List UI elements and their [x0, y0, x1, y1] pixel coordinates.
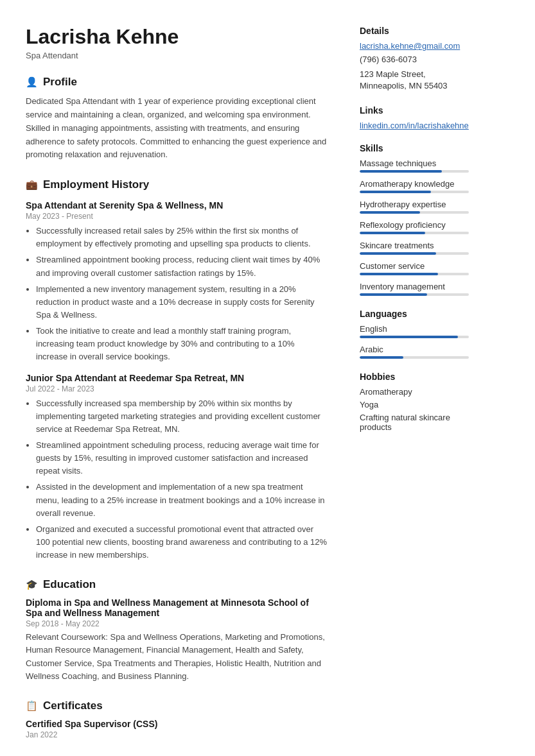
language-label: English: [360, 324, 469, 334]
edu-1-text: Relevant Coursework: Spa and Wellness Op…: [26, 631, 328, 683]
language-bar-bg: [360, 356, 469, 359]
job-1-dates: May 2023 - Present: [26, 212, 328, 221]
skill-bar-bg: [360, 273, 469, 275]
skill-bar-bg: [360, 293, 469, 296]
details-phone: (796) 636-6073: [360, 54, 469, 65]
list-item: Organized and executed a successful prom…: [36, 523, 328, 562]
language-bar-fill: [360, 336, 458, 338]
skills-container: Massage techniques Aromatherapy knowledg…: [360, 159, 469, 296]
skill-bar-fill: [360, 232, 425, 234]
skill-bar-bg: [360, 252, 469, 255]
list-item: Took the initiative to create and lead a…: [36, 325, 328, 363]
skill-label: Inventory management: [360, 282, 469, 291]
hobby-item: Aromatherapy: [360, 387, 469, 397]
cert-1-title: Certified Spa Supervisor (CSS): [26, 719, 328, 729]
list-item: Streamlined appointment scheduling proce…: [36, 439, 328, 477]
skill-bar-fill: [360, 252, 436, 255]
profile-text: Dedicated Spa Attendant with 1 year of e…: [26, 95, 328, 162]
list-item: Successfully increased retail sales by 2…: [36, 225, 328, 250]
skill-item: Customer service: [360, 261, 469, 275]
skill-item: Massage techniques: [360, 159, 469, 173]
list-item: Successfully increased spa membership by…: [36, 397, 328, 436]
job-1-bullets: Successfully increased retail sales by 2…: [26, 225, 328, 363]
language-item: Arabic: [360, 345, 469, 359]
job-2: Junior Spa Attendant at Reedemar Spa Ret…: [26, 373, 328, 562]
hobbies-container: AromatherapyYogaCrafting natural skincar…: [360, 387, 469, 432]
certificates-icon: 📋: [26, 700, 38, 712]
job-1-title: Spa Attendant at Serenity Spa & Wellness…: [26, 200, 328, 210]
skill-bar-fill: [360, 170, 442, 173]
skill-bar-bg: [360, 211, 469, 214]
skill-bar-fill: [360, 191, 431, 193]
employment-icon: 💼: [26, 179, 38, 191]
job-1: Spa Attendant at Serenity Spa & Wellness…: [26, 200, 328, 363]
skill-item: Skincare treatments: [360, 241, 469, 255]
employment-section-label: Employment History: [43, 178, 149, 191]
skill-label: Hydrotherapy expertise: [360, 200, 469, 209]
skills-section-label: Skills: [360, 143, 469, 153]
links-section-label: Links: [360, 105, 469, 116]
profile-icon: 👤: [26, 76, 38, 88]
skill-label: Aromatherapy knowledge: [360, 179, 469, 189]
skill-item: Aromatherapy knowledge: [360, 179, 469, 193]
skill-label: Skincare treatments: [360, 241, 469, 250]
certificates-section-label: Certificates: [43, 700, 103, 712]
skill-item: Hydrotherapy expertise: [360, 200, 469, 214]
language-bar-bg: [360, 336, 469, 338]
job-title: Spa Attendant: [26, 51, 328, 60]
details-address: 123 Maple Street, Minneapolis, MN 55403: [360, 69, 469, 92]
job-2-dates: Jul 2022 - Mar 2023: [26, 384, 328, 393]
links-linkedin[interactable]: linkedin.com/in/lacrishakehne: [360, 121, 469, 130]
skill-label: Massage techniques: [360, 159, 469, 168]
edu-1-title: Diploma in Spa and Wellness Management a…: [26, 597, 328, 618]
name: Lacrisha Kehne: [26, 26, 328, 48]
skill-item: Inventory management: [360, 282, 469, 296]
language-item: English: [360, 324, 469, 338]
list-item: Assisted in the development and implemen…: [36, 481, 328, 519]
languages-section-label: Languages: [360, 309, 469, 319]
details-section-label: Details: [360, 26, 469, 36]
skill-bar-fill: [360, 293, 427, 296]
education-section-label: Education: [43, 578, 96, 591]
profile-section-label: Profile: [43, 76, 77, 89]
list-item: Implemented a new inventory management s…: [36, 283, 328, 322]
education-icon: 🎓: [26, 579, 38, 590]
job-2-bullets: Successfully increased spa membership by…: [26, 397, 328, 562]
hobby-item: Yoga: [360, 400, 469, 409]
language-label: Arabic: [360, 345, 469, 354]
skill-bar-fill: [360, 211, 420, 214]
edu-1-dates: Sep 2018 - May 2022: [26, 619, 328, 628]
skill-bar-fill: [360, 273, 438, 275]
skill-bar-bg: [360, 232, 469, 234]
cert-1-dates: Jan 2022: [26, 730, 328, 739]
job-2-title: Junior Spa Attendant at Reedemar Spa Ret…: [26, 373, 328, 383]
skill-item: Reflexology proficiency: [360, 220, 469, 234]
edu-1: Diploma in Spa and Wellness Management a…: [26, 597, 328, 683]
hobbies-section-label: Hobbies: [360, 372, 469, 382]
skill-label: Reflexology proficiency: [360, 220, 469, 230]
hobby-item: Crafting natural skincare products: [360, 413, 469, 432]
language-bar-fill: [360, 356, 403, 359]
skill-bar-bg: [360, 170, 469, 173]
list-item: Streamlined appointment booking process,…: [36, 253, 328, 279]
skill-bar-bg: [360, 191, 469, 193]
skill-label: Customer service: [360, 261, 469, 271]
cert-1: Certified Spa Supervisor (CSS) Jan 2022: [26, 719, 328, 739]
languages-container: English Arabic: [360, 324, 469, 359]
details-email[interactable]: lacrisha.kehne@gmail.com: [360, 41, 469, 51]
